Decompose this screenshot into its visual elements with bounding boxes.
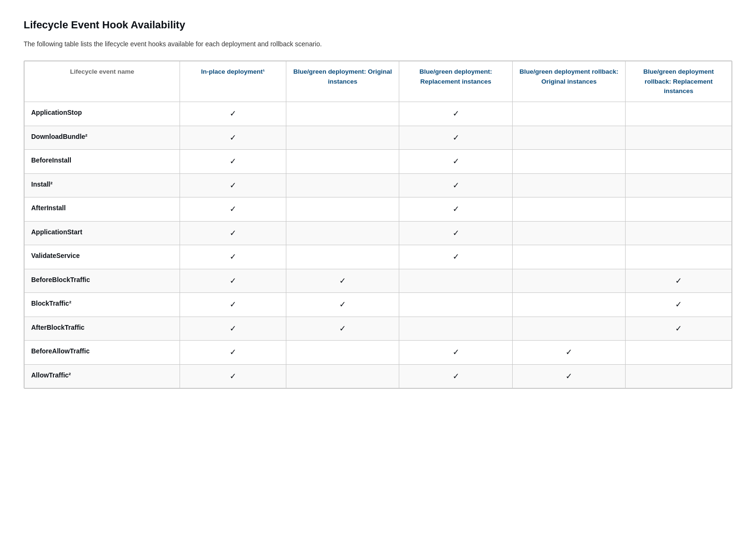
checkmark-cell: ✓ <box>626 293 732 317</box>
event-name-cell: BeforeBlockTraffic <box>25 269 180 293</box>
checkmark-cell <box>626 197 732 222</box>
checkmark-icon: ✓ <box>230 324 236 333</box>
checkmark-cell: ✓ <box>399 150 513 174</box>
checkmark-cell <box>399 293 513 317</box>
table-row: BeforeInstall✓✓ <box>25 150 732 174</box>
checkmark-cell: ✓ <box>399 341 513 365</box>
checkmark-icon: ✓ <box>230 205 236 214</box>
checkmark-icon: ✓ <box>453 133 459 142</box>
checkmark-cell <box>626 173 732 197</box>
checkmark-cell <box>512 173 626 197</box>
page-title: Lifecycle Event Hook Availability <box>24 19 732 31</box>
checkmark-icon: ✓ <box>230 133 236 142</box>
checkmark-icon: ✓ <box>230 109 236 118</box>
event-name-cell: ValidateService <box>25 245 180 269</box>
checkmark-cell: ✓ <box>512 341 626 365</box>
checkmark-icon: ✓ <box>453 229 459 238</box>
checkmark-cell: ✓ <box>180 245 286 269</box>
checkmark-cell <box>286 341 399 365</box>
checkmark-cell <box>512 269 626 293</box>
checkmark-cell: ✓ <box>286 293 399 317</box>
checkmark-cell: ✓ <box>399 173 513 197</box>
header-bluegreen-replacement: Blue/green deployment: Replacement insta… <box>399 61 513 102</box>
checkmark-cell <box>286 364 399 388</box>
checkmark-cell <box>399 269 513 293</box>
checkmark-cell: ✓ <box>286 269 399 293</box>
checkmark-cell <box>286 102 399 126</box>
checkmark-cell: ✓ <box>180 341 286 365</box>
checkmark-cell: ✓ <box>180 221 286 245</box>
checkmark-cell <box>512 221 626 245</box>
checkmark-cell <box>286 245 399 269</box>
event-name-cell: AfterBlockTraffic <box>25 317 180 341</box>
event-name-cell: DownloadBundle² <box>25 126 180 150</box>
event-name-cell: AfterInstall <box>25 197 180 222</box>
checkmark-icon: ✓ <box>230 372 236 381</box>
event-name-cell: Install² <box>25 173 180 197</box>
checkmark-cell: ✓ <box>399 126 513 150</box>
checkmark-icon: ✓ <box>453 181 459 190</box>
checkmark-icon: ✓ <box>453 252 459 261</box>
checkmark-icon: ✓ <box>339 324 346 333</box>
table-header-row: Lifecycle event name In-place deployment… <box>25 61 732 102</box>
checkmark-cell <box>512 126 626 150</box>
lifecycle-table: Lifecycle event name In-place deployment… <box>24 61 732 388</box>
checkmark-cell: ✓ <box>180 102 286 126</box>
table-row: Install²✓✓ <box>25 173 732 197</box>
table-row: ApplicationStart✓✓ <box>25 221 732 245</box>
checkmark-cell <box>626 364 732 388</box>
table-row: AllowTraffic²✓✓✓ <box>25 364 732 388</box>
checkmark-cell: ✓ <box>399 245 513 269</box>
checkmark-icon: ✓ <box>675 324 682 333</box>
checkmark-cell: ✓ <box>399 102 513 126</box>
table-row: ValidateService✓✓ <box>25 245 732 269</box>
checkmark-cell <box>286 221 399 245</box>
checkmark-cell <box>626 341 732 365</box>
checkmark-icon: ✓ <box>230 157 236 166</box>
checkmark-cell <box>512 293 626 317</box>
checkmark-cell <box>512 197 626 222</box>
checkmark-cell <box>286 173 399 197</box>
checkmark-cell: ✓ <box>399 364 513 388</box>
checkmark-icon: ✓ <box>230 229 236 238</box>
checkmark-cell <box>512 317 626 341</box>
checkmark-cell <box>626 245 732 269</box>
checkmark-cell: ✓ <box>286 317 399 341</box>
event-name-cell: BeforeAllowTraffic <box>25 341 180 365</box>
checkmark-cell <box>512 245 626 269</box>
checkmark-icon: ✓ <box>675 300 682 309</box>
table-row: AfterBlockTraffic✓✓✓ <box>25 317 732 341</box>
checkmark-cell <box>286 197 399 222</box>
event-name-cell: ApplicationStop <box>25 102 180 126</box>
header-event-name: Lifecycle event name <box>25 61 180 102</box>
table-row: BlockTraffic²✓✓✓ <box>25 293 732 317</box>
checkmark-icon: ✓ <box>453 205 459 214</box>
checkmark-cell <box>626 126 732 150</box>
event-name-cell: BeforeInstall <box>25 150 180 174</box>
table-row: BeforeBlockTraffic✓✓✓ <box>25 269 732 293</box>
checkmark-cell <box>626 150 732 174</box>
checkmark-cell: ✓ <box>180 150 286 174</box>
checkmark-cell: ✓ <box>180 269 286 293</box>
checkmark-icon: ✓ <box>566 348 572 357</box>
checkmark-cell <box>512 150 626 174</box>
event-name-cell: AllowTraffic² <box>25 364 180 388</box>
table-row: AfterInstall✓✓ <box>25 197 732 222</box>
checkmark-icon: ✓ <box>339 276 346 285</box>
checkmark-icon: ✓ <box>230 348 236 357</box>
header-inplace: In-place deployment¹ <box>180 61 286 102</box>
event-name-cell: BlockTraffic² <box>25 293 180 317</box>
checkmark-cell: ✓ <box>180 364 286 388</box>
checkmark-cell: ✓ <box>399 197 513 222</box>
checkmark-icon: ✓ <box>566 372 572 381</box>
page-description: The following table lists the lifecycle … <box>24 39 732 49</box>
checkmark-icon: ✓ <box>230 252 236 261</box>
checkmark-icon: ✓ <box>453 348 459 357</box>
checkmark-cell: ✓ <box>180 173 286 197</box>
checkmark-cell <box>626 221 732 245</box>
table-wrapper: Lifecycle event name In-place deployment… <box>24 60 732 389</box>
checkmark-icon: ✓ <box>453 109 459 118</box>
checkmark-icon: ✓ <box>675 276 682 285</box>
table-row: BeforeAllowTraffic✓✓✓ <box>25 341 732 365</box>
table-row: DownloadBundle²✓✓ <box>25 126 732 150</box>
